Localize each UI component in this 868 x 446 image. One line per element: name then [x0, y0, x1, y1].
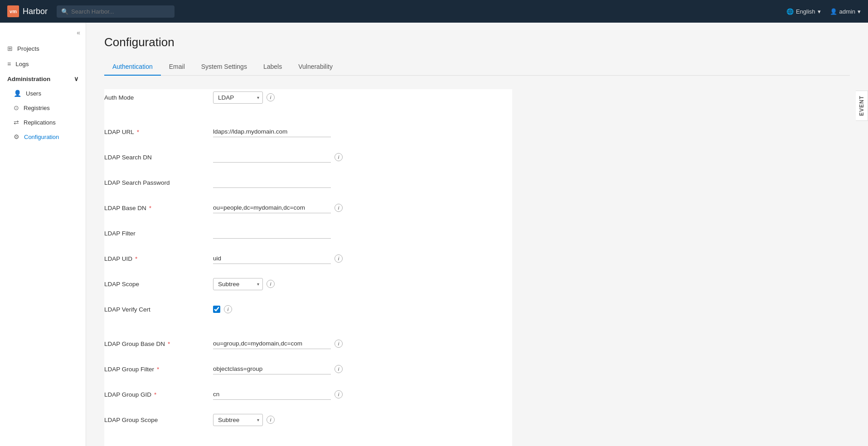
ldap-scope-select[interactable]: Base OneLevel Subtree	[213, 278, 263, 290]
sidebar-item-registries[interactable]: ⊙ Registries	[14, 101, 86, 115]
control-ldap-group-filter: i	[213, 364, 512, 374]
label-ldap-group-base-dn: LDAP Group Base DN *	[104, 340, 213, 347]
event-tab[interactable]: EVENT	[856, 91, 868, 121]
ldap-group-scope-select[interactable]: Base OneLevel Subtree	[213, 414, 263, 426]
brand-icon: vm	[7, 5, 19, 17]
control-ldap-group-scope: Base OneLevel Subtree ▾ i	[213, 414, 512, 426]
language-label: English	[796, 8, 815, 15]
ldap-search-dn-input[interactable]	[213, 152, 331, 163]
tab-labels[interactable]: Labels	[255, 58, 290, 76]
label-ldap-search-dn: LDAP Search DN	[104, 154, 213, 161]
form-row-ldap-base-dn: LDAP Base DN * i	[104, 200, 512, 216]
form-row-ldap-group-gid: LDAP Group GID * i	[104, 386, 512, 403]
ldap-group-filter-required: *	[157, 366, 159, 373]
ldap-base-dn-input[interactable]	[213, 202, 331, 213]
sidebar-configuration-label: Configuration	[24, 134, 59, 140]
auth-mode-select[interactable]: Database LDAP UAA HTTP OIDC	[213, 91, 263, 104]
control-ldap-base-dn: i	[213, 202, 512, 213]
label-ldap-url: LDAP URL *	[104, 129, 213, 135]
ldap-uid-input[interactable]	[213, 253, 331, 264]
sidebar-item-projects-label: Projects	[17, 45, 39, 52]
ldap-group-filter-info-icon[interactable]: i	[335, 365, 343, 373]
page-title: Configuration	[104, 35, 850, 49]
search-input[interactable]	[57, 5, 175, 18]
ldap-url-input[interactable]	[213, 126, 331, 137]
user-icon: 👤	[830, 8, 837, 15]
lang-chevron-icon: ▾	[818, 8, 821, 15]
ldap-search-dn-info-icon[interactable]: i	[335, 153, 343, 161]
ldap-filter-input[interactable]	[213, 228, 331, 239]
tab-email[interactable]: Email	[161, 58, 193, 76]
label-ldap-group-gid: LDAP Group GID *	[104, 391, 213, 398]
label-ldap-scope: LDAP Scope	[104, 281, 213, 288]
ldap-group-scope-info-icon[interactable]: i	[267, 416, 275, 424]
ldap-group-gid-required: *	[154, 391, 156, 398]
ldap-uid-required: *	[135, 255, 137, 262]
user-menu[interactable]: 👤 admin ▾	[830, 8, 861, 15]
navbar: vm Harbor 🔍 🌐 English ▾ 👤 admin ▾	[0, 0, 868, 23]
administration-section[interactable]: Administration ∨	[0, 72, 86, 86]
sidebar-item-replications[interactable]: ⇄ Replications	[14, 115, 86, 129]
main-layout: « ⊞ Projects ≡ Logs Administration ∨ 👤 U…	[0, 23, 868, 446]
language-selector[interactable]: 🌐 English ▾	[786, 8, 821, 15]
label-ldap-group-scope: LDAP Group Scope	[104, 417, 213, 423]
form-row-ldap-verify-cert: LDAP Verify Cert i	[104, 301, 512, 317]
tab-vulnerability[interactable]: Vulnerability	[290, 58, 341, 76]
sidebar-item-users[interactable]: 👤 Users	[14, 86, 86, 101]
sidebar: « ⊞ Projects ≡ Logs Administration ∨ 👤 U…	[0, 23, 86, 446]
brand: vm Harbor	[7, 5, 48, 17]
form-row-ldap-url: LDAP URL *	[104, 124, 512, 140]
user-chevron-icon: ▾	[858, 8, 861, 15]
form-row-ldap-scope: LDAP Scope Base OneLevel Subtree ▾ i	[104, 276, 512, 292]
sidebar-item-configuration[interactable]: ⚙ Configuration	[14, 129, 86, 144]
ldap-group-gid-input[interactable]	[213, 389, 331, 400]
registries-icon: ⊙	[14, 104, 19, 111]
content-area: Configuration Authentication Email Syste…	[86, 23, 868, 446]
replications-icon: ⇄	[14, 119, 19, 126]
ldap-uid-info-icon[interactable]: i	[335, 254, 343, 263]
ldap-group-filter-input[interactable]	[213, 364, 331, 374]
ldap-group-base-dn-input[interactable]	[213, 338, 331, 349]
ldap-scope-info-icon[interactable]: i	[267, 280, 275, 288]
ldap-base-dn-info-icon[interactable]: i	[335, 204, 343, 212]
label-auth-mode: Auth Mode	[104, 94, 213, 101]
form-row-auth-mode: Auth Mode Database LDAP UAA HTTP OIDC ▾ …	[104, 89, 512, 106]
label-ldap-uid: LDAP UID *	[104, 255, 213, 262]
label-ldap-filter: LDAP Filter	[104, 230, 213, 237]
sidebar-item-logs[interactable]: ≡ Logs	[0, 56, 86, 72]
ldap-verify-cert-info-icon[interactable]: i	[224, 305, 232, 313]
control-ldap-search-dn: i	[213, 152, 512, 163]
label-ldap-verify-cert: LDAP Verify Cert	[104, 306, 213, 313]
tab-system-settings[interactable]: System Settings	[193, 58, 255, 76]
configuration-icon: ⚙	[14, 133, 19, 140]
ldap-verify-cert-checkbox[interactable]	[213, 306, 220, 313]
control-ldap-scope: Base OneLevel Subtree ▾ i	[213, 278, 512, 290]
control-ldap-group-base-dn: i	[213, 338, 512, 349]
navbar-right: 🌐 English ▾ 👤 admin ▾	[786, 8, 861, 15]
sidebar-item-logs-label: Logs	[15, 61, 29, 67]
control-ldap-verify-cert: i	[213, 305, 512, 313]
auth-mode-info-icon[interactable]: i	[267, 93, 275, 101]
ldap-group-scope-select-wrap: Base OneLevel Subtree ▾	[213, 414, 263, 426]
ldap-group-base-dn-info-icon[interactable]: i	[335, 340, 343, 348]
ldap-base-dn-required: *	[149, 205, 151, 211]
projects-icon: ⊞	[7, 45, 13, 52]
collapse-icon: «	[77, 29, 80, 36]
label-ldap-search-password: LDAP Search Password	[104, 179, 213, 186]
sidebar-registries-label: Registries	[24, 105, 50, 111]
ldap-url-required: *	[137, 129, 139, 135]
auth-mode-select-wrap: Database LDAP UAA HTTP OIDC ▾	[213, 91, 263, 104]
form-row-ldap-search-password: LDAP Search Password	[104, 174, 512, 191]
sidebar-item-projects[interactable]: ⊞ Projects	[0, 41, 86, 56]
ldap-group-gid-info-icon[interactable]: i	[335, 390, 343, 398]
tab-authentication[interactable]: Authentication	[104, 58, 161, 76]
ldap-search-password-input[interactable]	[213, 177, 331, 188]
sidebar-replications-label: Replications	[24, 119, 56, 126]
label-ldap-group-filter: LDAP Group Filter *	[104, 366, 213, 373]
ldap-scope-select-wrap: Base OneLevel Subtree ▾	[213, 278, 263, 290]
collapse-button[interactable]: «	[0, 27, 86, 41]
globe-icon: 🌐	[786, 8, 794, 15]
form-row-ldap-filter: LDAP Filter	[104, 225, 512, 241]
form-row-ldap-uid: LDAP UID * i	[104, 250, 512, 267]
administration-label: Administration	[7, 76, 50, 82]
